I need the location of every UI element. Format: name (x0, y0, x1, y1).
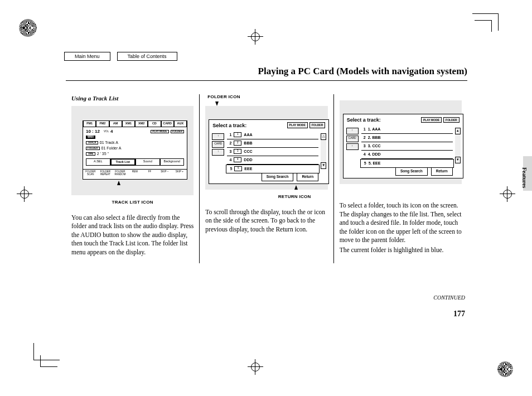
row-num: 3 (227, 149, 231, 154)
print-mark-icon (497, 361, 513, 377)
registration-mark-icon (245, 357, 265, 377)
row-label: DDD (244, 157, 252, 162)
volume-label: VOL (104, 131, 109, 133)
folder-icon: 3 (234, 149, 241, 154)
track-badge: TRACK (86, 141, 98, 145)
row-label: AAA (244, 132, 252, 137)
section-subheading: Using a Track List (71, 94, 194, 103)
wma-badge: WMA (86, 136, 95, 139)
return-icon-callout: RETURN ICON (205, 194, 327, 200)
column-1: Using a Track List FM1 FM2 AM XM1 XM2 CD… (66, 94, 199, 263)
card-icon: CARD (346, 136, 359, 142)
row-label: 4. DDD (368, 152, 381, 157)
row-num: 2 (227, 141, 231, 146)
select-track-title: Select a track: (212, 122, 246, 129)
track-name: 01 Track A (100, 141, 118, 144)
row-num: 4 (227, 157, 231, 162)
crop-mark-icon (475, 20, 492, 32)
track-list-button: Track List (110, 158, 136, 166)
registration-mark-icon (497, 184, 518, 204)
source-tab: AM (109, 121, 122, 127)
registration-mark-icon (245, 27, 265, 47)
source-tab: FM2 (96, 121, 109, 127)
return-button: Return (297, 173, 318, 181)
source-tab: CD (148, 121, 161, 127)
arrow-up-icon (294, 185, 298, 190)
folder-icon: 4 (234, 157, 241, 162)
row-label: 2. BBB (368, 135, 381, 140)
song-search-button: Song Search (395, 167, 428, 176)
side-tab-label: Features (521, 167, 528, 188)
arrow-up-icon (117, 181, 120, 185)
sound-button: Sound (136, 158, 160, 166)
row-label: 1. AAA (368, 127, 381, 132)
folder-button: FOLDER (443, 117, 460, 123)
up-folder-icon: ↑ (346, 143, 359, 150)
source-tab: XM2 (135, 121, 148, 127)
scroll-down-icon: ▼ (321, 162, 326, 169)
screenshot-track-list-folders: Select a track: PLAY MODE FOLDER ↑ CARD … (205, 106, 327, 190)
row-num: 4 (361, 152, 366, 157)
scrollbar-track (455, 134, 461, 157)
scroll-down-icon: ▼ (455, 157, 461, 163)
column-3-text-2: The current folder is highlighted in blu… (340, 246, 462, 255)
asel-button: A.SEL (86, 158, 110, 166)
up-folder-icon: ↑ (212, 149, 224, 156)
row-num: 1 (361, 127, 366, 132)
foot-btn: FF (142, 169, 157, 177)
column-2: FOLDER ICON Select a track: PLAY MODE FO… (199, 94, 333, 263)
source-tab: AUX (174, 121, 187, 127)
source-tab: XM1 (122, 121, 135, 127)
row-label: CCC (244, 149, 252, 154)
time-badge: TIME (86, 152, 95, 156)
row-num: 5 (362, 161, 366, 166)
track-list-callout: TRACK LIST ICON (71, 200, 194, 206)
card-icon: CARD (212, 141, 224, 148)
print-mark-icon (19, 19, 37, 37)
row-label: EEE (244, 166, 252, 171)
folder-icon: 1 (234, 132, 241, 137)
time-value: 2 ' 35 " (97, 152, 109, 156)
screenshot-track-list-files: Select a track: PLAY MODE FOLDER ↑ CARD … (340, 100, 462, 184)
page-number: 177 (453, 310, 465, 318)
foot-btn: REW (128, 169, 143, 177)
background-button: Background (160, 158, 185, 166)
scroll-up-icon: ▲ (455, 128, 461, 134)
arrow-down-icon (215, 102, 219, 106)
folder-badge: FOLDER (86, 147, 100, 151)
scroll-up-icon: △ (321, 133, 326, 140)
source-tab: CARD (161, 121, 174, 127)
column-3: Select a track: PLAY MODE FOLDER ↑ CARD … (333, 94, 467, 263)
continued-label: CONTINUED (433, 294, 465, 301)
page-title: Playing a PC Card (Models with navigatio… (66, 66, 467, 81)
foot-btn: SKIP + (172, 169, 187, 177)
row-label: 3. CCC (368, 143, 381, 148)
folder-icon-callout: FOLDER ICON (207, 94, 327, 100)
row-label: BBB (244, 141, 252, 146)
foot-btn: SKIP – (157, 169, 172, 177)
screenshot-audio-main: FM1 FM2 AM XM1 XM2 CD CARD AUX 10 : 12 V… (71, 106, 194, 195)
clock-display: 10 : 12 (86, 129, 100, 134)
column-2-text: To scroll through the display, touch the… (205, 208, 327, 234)
top-nav: Main Menu Table of Contents (64, 52, 177, 61)
folder-button: FOLDER (171, 130, 185, 134)
play-mode-button: PLAY MODE (151, 130, 168, 134)
row-num: 5 (228, 166, 232, 171)
toc-button[interactable]: Table of Contents (117, 52, 177, 61)
scrollbar-track (321, 140, 326, 162)
folder-button: FOLDER (309, 122, 326, 128)
foot-btn: FOLDER RANDOM (113, 169, 128, 177)
up-folder-icon: ↑ (346, 128, 359, 134)
row-num: 3 (361, 143, 366, 148)
folder-icon: 5 (234, 166, 242, 171)
return-button: Return (431, 167, 453, 176)
song-search-button: Song Search (262, 173, 294, 181)
crop-mark-icon (40, 355, 57, 367)
column-3-text-1: To select a folder, touch its icon on th… (340, 201, 462, 245)
main-menu-button[interactable]: Main Menu (64, 52, 110, 61)
row-num: 1 (227, 132, 231, 137)
column-1-text: You can also select a file directly from… (71, 214, 194, 257)
row-label: 5. EEE (369, 161, 381, 166)
foot-btn: FOLDER SCAN (83, 169, 98, 177)
folder-icon: 2 (234, 141, 241, 146)
